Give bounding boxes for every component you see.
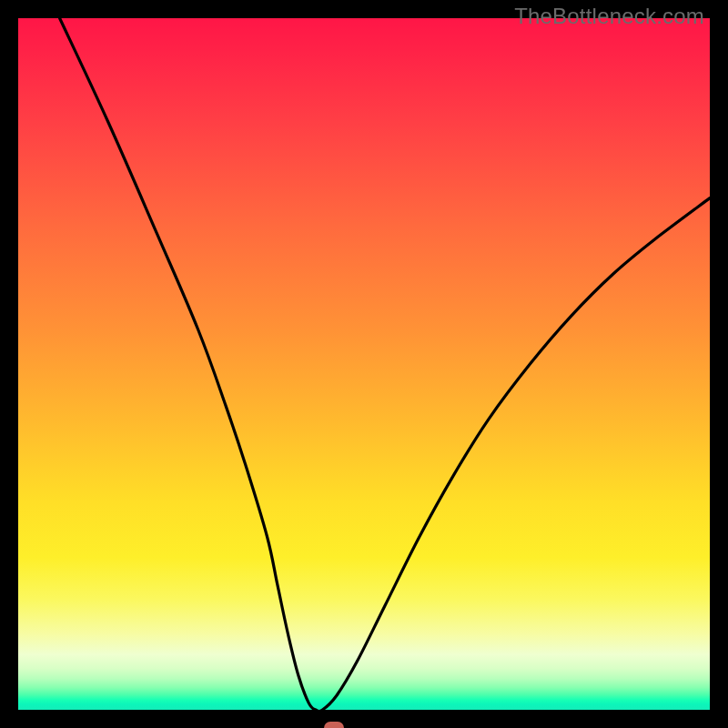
- chart-frame: [18, 18, 710, 710]
- watermark-text: TheBottleneck.com: [514, 4, 704, 29]
- bottleneck-curve: [18, 18, 710, 710]
- curve-minimum-marker: [324, 722, 344, 728]
